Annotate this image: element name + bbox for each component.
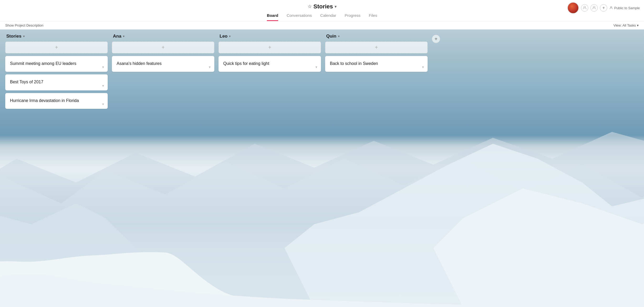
view-chevron-icon: ▾ [637, 23, 639, 27]
title-chevron-icon[interactable]: ▾ [335, 4, 336, 9]
task-chevron-2: ▾ [102, 84, 104, 88]
column-quin: Quin ▾ + Back to school in Sweden ▾ [325, 34, 428, 307]
topbar-right: + Public to Sample [567, 2, 640, 14]
column-chevron-quin[interactable]: ▾ [338, 34, 340, 38]
board-area: Stories ▾ + Summit meeting among EU lead… [0, 29, 644, 307]
star-icon[interactable]: ☆ [308, 4, 312, 9]
task-card-1[interactable]: Summit meeting among EU leaders ▾ [5, 56, 108, 72]
column-title-stories: Stories [6, 34, 22, 39]
project-title-text: Stories [313, 3, 333, 10]
topbar-title-row: ☆ Stories ▾ + Public to Sample [0, 0, 644, 11]
nav-tabs: Board Conversations Calendar Progress Fi… [267, 11, 377, 21]
public-label-text: Public to Sample [614, 6, 640, 10]
add-task-button-quin[interactable]: + [325, 42, 428, 53]
view-label-text: View: All Tasks [613, 23, 636, 27]
tab-board[interactable]: Board [267, 11, 278, 21]
view-selector[interactable]: View: All Tasks ▾ [613, 23, 639, 27]
tab-conversations[interactable]: Conversations [287, 11, 312, 21]
column-header-leo: Leo ▾ [219, 34, 321, 39]
public-label[interactable]: Public to Sample [609, 6, 640, 10]
board-subheader: Show Project Description View: All Tasks… [0, 21, 644, 29]
avatar[interactable] [567, 2, 579, 14]
column-stories: Stories ▾ + Summit meeting among EU lead… [5, 34, 108, 307]
task-title-1: Summit meeting among EU leaders [10, 61, 103, 66]
column-header-quin: Quin ▾ [325, 34, 428, 39]
task-chevron-4: ▾ [209, 65, 211, 69]
column-header-ana: Ana ▾ [112, 34, 214, 39]
add-task-button-stories[interactable]: + [5, 42, 108, 53]
project-title: ☆ Stories ▾ [308, 3, 336, 10]
task-card-6[interactable]: Back to school in Sweden ▾ [325, 56, 428, 72]
tab-calendar[interactable]: Calendar [320, 11, 336, 21]
column-chevron-ana[interactable]: ▾ [123, 34, 124, 38]
task-card-5[interactable]: Quick tips for eating light ▾ [219, 56, 321, 72]
task-title-6: Back to school in Sweden [330, 61, 423, 66]
member-icon-2[interactable] [590, 4, 598, 12]
column-title-leo: Leo [220, 34, 227, 39]
task-chevron-5: ▾ [315, 65, 317, 69]
svg-point-2 [611, 7, 612, 8]
show-project-description-link[interactable]: Show Project Description [5, 23, 43, 27]
add-member-button[interactable]: + [600, 4, 607, 12]
task-title-2: Best Toys of 2017 [10, 79, 103, 85]
add-column-button[interactable]: + [432, 35, 440, 43]
column-title-quin: Quin [326, 34, 336, 39]
topbar: ☆ Stories ▾ + Public to Sample Board Con… [0, 0, 644, 21]
task-title-4: Asana's hidden features [117, 61, 210, 66]
tab-files[interactable]: Files [369, 11, 377, 21]
task-chevron-3: ▾ [102, 102, 104, 106]
tab-progress[interactable]: Progress [345, 11, 360, 21]
add-task-button-leo[interactable]: + [219, 42, 321, 53]
task-title-3: Hurricane Irma devastation in Florida [10, 98, 103, 104]
task-chevron-1: ▾ [102, 65, 104, 69]
column-ana: Ana ▾ + Asana's hidden features ▾ [112, 34, 214, 307]
task-title-5: Quick tips for eating light [223, 61, 316, 66]
column-chevron-leo[interactable]: ▾ [229, 34, 231, 38]
column-title-ana: Ana [113, 34, 121, 39]
task-card-3[interactable]: Hurricane Irma devastation in Florida ▾ [5, 93, 108, 109]
task-card-4[interactable]: Asana's hidden features ▾ [112, 56, 214, 72]
board-columns: Stories ▾ + Summit meeting among EU lead… [0, 29, 644, 307]
task-card-2[interactable]: Best Toys of 2017 ▾ [5, 74, 108, 90]
add-task-button-ana[interactable]: + [112, 42, 214, 53]
add-column-section: + [432, 34, 442, 307]
column-header-stories: Stories ▾ [5, 34, 108, 39]
task-chevron-6: ▾ [422, 65, 424, 69]
column-leo: Leo ▾ + Quick tips for eating light ▾ [219, 34, 321, 307]
column-chevron-stories[interactable]: ▾ [23, 34, 25, 38]
member-icon-1[interactable] [581, 4, 588, 12]
